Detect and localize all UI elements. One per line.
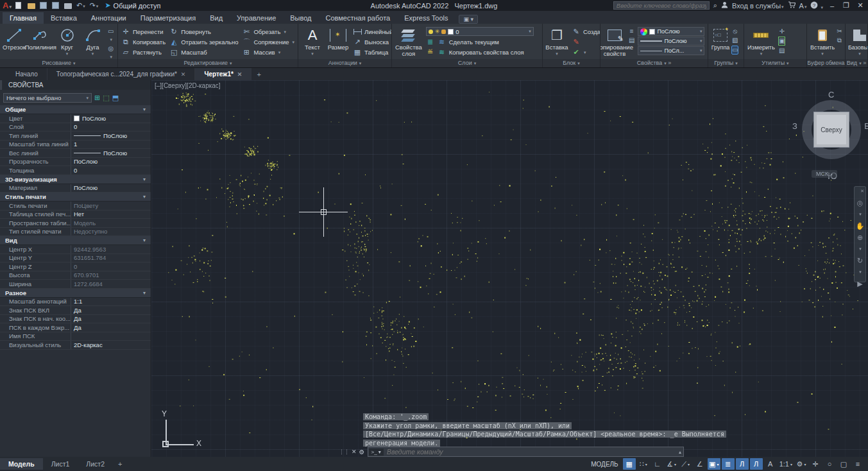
steering-wheel-icon[interactable]: ◎ [857,199,864,207]
property-value[interactable]: 1 [71,141,151,149]
navbar-close-icon[interactable]: ✕ [860,187,864,195]
doctab-current[interactable]: Чертеж1*✕ [195,68,251,80]
wcs-dropdown[interactable]: МСК ▾ [812,170,837,178]
sign-in-button[interactable]: Вход в службы▾ [732,2,784,10]
property-value[interactable]: ПоСлою [71,149,151,157]
tab-manage[interactable]: Управление [230,12,283,24]
selection-dropdown[interactable]: Ничего не выбрано▾ [3,93,92,103]
navbar-caret[interactable]: ▾ [859,268,862,276]
property-value[interactable]: 92442.9563 [71,245,151,253]
property-value[interactable]: Недоступно [71,228,151,236]
match-layer-button[interactable]: ≝≋Копировать свойства слоя [426,47,539,57]
tab-annotate[interactable]: Аннотации [84,12,133,24]
annotation-monitor-toggle[interactable]: Л [736,458,749,470]
create-block-button[interactable]: ✎Создать [572,27,600,37]
app-store-cart-icon[interactable] [788,1,796,10]
annotation-autoscale-toggle[interactable]: Л [750,458,763,470]
close-tab-icon[interactable]: ✕ [237,71,243,78]
property-value[interactable] [71,332,151,341]
edit-attributes-button[interactable]: ✔▾ [572,47,600,57]
minimize-button[interactable]: – [827,2,837,10]
property-value[interactable]: Да [71,315,151,323]
scale-button[interactable]: ◱Масштаб [169,47,238,57]
snap-toggle[interactable]: ∷▾ [637,458,650,470]
command-collapse-icon[interactable]: ▴ [679,449,683,455]
base-view-button[interactable]: Базовый [847,26,868,58]
command-customize-icon[interactable]: ⚙ [359,449,365,456]
property-value[interactable]: 0 [71,166,151,175]
ortho-toggle[interactable]: ∟ [651,458,664,470]
linear-dim-button[interactable]: Линейный▾ [353,27,392,37]
property-value[interactable]: Да [71,306,151,314]
orbit-icon[interactable]: ↻ [857,257,863,264]
search-icon[interactable]: ⌕ [713,1,717,10]
text-button[interactable]: A Текст [300,26,325,58]
match-properties-button[interactable]: Копирование свойств [602,26,627,58]
property-value[interactable]: Нет [71,210,151,219]
group-edit-icon[interactable]: ▧ [731,37,738,44]
viewport-controls[interactable]: [–][Сверху][2D-каркас] [155,82,221,89]
save-as-icon[interactable] [52,2,60,9]
open-icon[interactable] [28,2,35,9]
tab-home[interactable]: Главная [3,12,44,24]
tab-collaborate[interactable]: Совместная работа [319,12,398,24]
lineweight-list-icon[interactable]: ≡ [629,28,634,35]
showmotion-icon[interactable]: ▶ [857,280,862,287]
command-input-bar[interactable]: >_ ▾ ▴ [368,447,684,457]
isolate-objects-button[interactable]: ○ [823,458,836,470]
autocad-logo-icon[interactable]: A▾ [3,1,12,10]
copy-clip-icon[interactable]: ⧉ [837,37,842,44]
panel-label-draw[interactable]: Рисование [0,59,117,67]
quick-calc-icon[interactable]: ▤ [778,47,785,55]
property-value[interactable]: 0 [71,262,151,271]
grid-toggle[interactable]: ▦ [623,458,636,470]
property-value[interactable]: 0 [71,123,151,132]
tab-insert[interactable]: Вставка [44,12,84,24]
doctab-start[interactable]: Начало [6,68,47,80]
edit-block-button[interactable]: ✎ [572,37,600,47]
rectangle-tool-icon[interactable]: ▭ ▾ [107,28,115,44]
compass-east-label[interactable]: В [864,121,868,131]
lineweight-toggle[interactable]: ≣ [722,458,735,470]
autodesk-app-button[interactable]: A▾ [799,2,807,10]
close-tab-icon[interactable]: ✕ [181,71,186,78]
toggle-pickadd-icon[interactable]: ⊞ [94,94,100,102]
dimension-button[interactable]: Размер [325,26,351,58]
property-value[interactable]: 670.9701 [71,271,151,280]
copy-button[interactable]: ⧉Копировать [121,37,166,47]
tab-express-tools[interactable]: Express Tools [397,12,455,24]
property-value[interactable]: ПоСлою [71,132,151,140]
trim-button[interactable]: ✄Обрезать▾ [242,27,294,37]
annotation-scale-button[interactable]: 1:1▾ [778,458,794,470]
layout-tab-list1[interactable]: Лист1 [43,458,78,470]
property-value[interactable]: 631651.784 [71,254,151,262]
help-button[interactable]: ? ▾ [810,1,823,10]
array-button[interactable]: ⊞Массив▾ [242,47,294,57]
property-value[interactable]: 1272.6684 [71,280,151,288]
quick-select-icon[interactable]: ▣ [778,37,785,46]
measure-button[interactable]: Измерить [745,26,777,58]
clean-screen-button[interactable]: ▢ [837,458,850,470]
new-layout-button[interactable]: + [113,460,127,468]
palette-section-header[interactable]: 3D-визуализация▾ [0,175,151,184]
layout-tab-model[interactable]: Модель [0,458,43,470]
polar-tracking-toggle[interactable]: ∡▾ [665,458,678,470]
lineweight-dropdown[interactable]: ПоСлою ▾ [638,37,704,46]
panel-label-layers[interactable]: Слои [392,59,542,67]
property-value[interactable]: 2D-каркас [71,341,151,349]
pan-icon[interactable]: ✋ [856,222,865,230]
linetype-list-icon[interactable]: ▤ [629,37,634,44]
user-icon[interactable] [721,1,728,10]
panel-label-modify[interactable]: Редактирование [118,59,298,67]
circle-button[interactable]: Круг [55,26,80,58]
quick-select-palette-icon[interactable]: ⬒ [112,94,119,102]
palette-section-header[interactable]: Разное▾ [0,289,151,298]
panel-label-view[interactable]: Вид » [846,59,867,67]
insert-block-button[interactable]: ❐ Вставка [544,26,570,58]
new-tab-button[interactable]: + [251,68,266,80]
crosshair-button[interactable]: ✛ [809,458,822,470]
panel-label-groups[interactable]: Группы [708,59,744,67]
panel-label-annotate[interactable]: Аннотации [298,59,391,67]
layer-properties-button[interactable]: Свойства слоя [393,26,424,58]
property-value[interactable]: ПоЦвету [71,201,151,210]
